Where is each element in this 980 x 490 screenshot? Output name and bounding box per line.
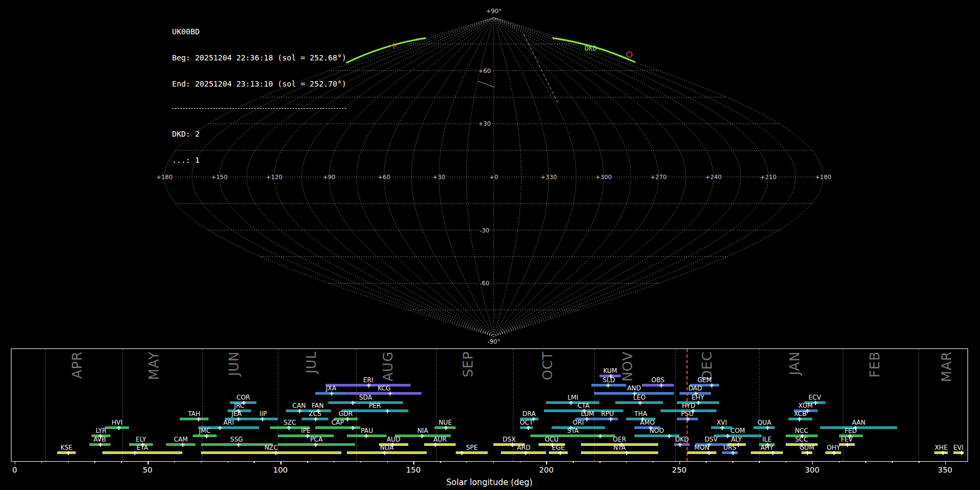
trail-gray [478, 81, 494, 87]
lon-label: +300 [596, 174, 612, 181]
lat-label: -30 [480, 227, 489, 234]
peak-marker: + [549, 442, 555, 448]
peak-marker: + [690, 408, 696, 414]
x-tick-label: 300 [801, 465, 823, 474]
x-tick [148, 461, 149, 464]
x-tick [280, 461, 281, 464]
sky-map-projection: +90°+60+30-30-60-90°+180+150+120+90+60+3… [0, 0, 980, 348]
peak-marker: + [273, 450, 278, 456]
peak-marker: + [329, 390, 334, 397]
month-label: OCT [540, 351, 555, 380]
peak-marker: + [581, 408, 587, 414]
shower-bar-nta [581, 451, 658, 454]
month-label: AUG [381, 351, 396, 382]
shower-bar-nzc [201, 451, 342, 454]
shower-bar-eta [102, 451, 182, 454]
lon-label: +90 [323, 174, 335, 181]
peak-marker: + [316, 408, 321, 414]
peak-marker: + [597, 433, 603, 439]
x-tick-label: 200 [535, 465, 557, 474]
peak-marker: + [66, 450, 71, 456]
peak-marker: + [813, 400, 818, 406]
peak-marker: + [525, 425, 531, 431]
lon-label: +270 [650, 174, 666, 181]
meteor-track-1 [347, 38, 425, 63]
x-tick-label: 0 [4, 465, 26, 474]
radiant-circle-marker [627, 52, 632, 57]
peak-marker: + [382, 450, 388, 456]
x-tick-label: 100 [270, 465, 291, 474]
peak-marker: + [725, 433, 731, 439]
x-tick-label: 150 [402, 465, 424, 474]
x-tick [786, 461, 787, 463]
x-axis-title: Solar longitude (deg) [11, 477, 967, 487]
month-label: SEP [461, 351, 476, 377]
peak-marker: + [648, 425, 653, 431]
x-tick [865, 461, 866, 463]
peak-marker: + [831, 450, 837, 456]
peak-marker: + [116, 425, 121, 431]
peak-marker: + [568, 400, 573, 406]
x-tick [599, 461, 601, 463]
peak-marker: + [236, 442, 241, 448]
peak-marker: + [677, 442, 683, 448]
x-tick [653, 461, 654, 463]
peak-marker: + [706, 442, 712, 448]
shower-label: AUR [428, 436, 452, 443]
x-tick [945, 461, 946, 464]
x-tick-label: 50 [137, 465, 158, 474]
peak-marker: + [385, 408, 390, 414]
peak-marker: + [419, 433, 425, 439]
peak-marker: + [366, 382, 371, 389]
app-root: UK00BD Beg: 20251204 22:36:18 (sol = 252… [0, 0, 980, 490]
peak-marker: + [241, 400, 247, 406]
lon-label: +150 [211, 174, 228, 181]
x-tick [467, 461, 468, 463]
peak-marker: + [350, 400, 356, 406]
peak-marker: + [140, 442, 145, 448]
x-tick [759, 461, 760, 463]
month-label: JUL [304, 351, 319, 373]
peak-marker: + [608, 416, 614, 422]
peak-marker: + [940, 450, 946, 456]
peak-marker: + [797, 416, 802, 422]
peak-marker: + [799, 433, 805, 439]
peak-marker: + [459, 450, 464, 456]
peak-marker: + [799, 442, 805, 448]
lon-label: +60 [378, 174, 390, 181]
x-tick [15, 461, 16, 464]
x-tick [228, 461, 229, 463]
shower-label: DRA [517, 410, 541, 418]
peak-marker: + [196, 416, 201, 422]
peak-marker: + [685, 416, 690, 422]
lat-label: +60 [478, 68, 491, 75]
peak-marker: + [132, 450, 138, 456]
peak-marker: + [844, 442, 850, 448]
peak-marker: + [605, 382, 611, 389]
peak-marker: + [313, 416, 318, 422]
peak-marker: + [523, 450, 528, 456]
map-shower-label: DKD [585, 44, 597, 52]
x-tick [892, 461, 893, 463]
peak-marker: + [765, 442, 770, 448]
x-tick [732, 461, 733, 463]
peak-marker: + [765, 425, 770, 431]
activity-timeline-panel: Solar longitude (deg) APRMAYJUNJULAUGSEP… [11, 348, 968, 462]
x-tick [254, 461, 255, 463]
x-tick [626, 461, 627, 463]
month-label: JAN [787, 351, 803, 375]
x-tick [440, 461, 441, 463]
x-tick [812, 461, 813, 464]
shower-label: PER [363, 402, 387, 409]
lon-label: +240 [705, 174, 721, 181]
peak-marker: + [350, 425, 356, 431]
x-tick [94, 461, 95, 463]
month-label: MAR [939, 351, 954, 382]
lat-label: +90° [486, 8, 502, 15]
peak-marker: + [706, 450, 712, 456]
peak-marker: + [805, 450, 810, 456]
shower-bar-aur [424, 443, 456, 446]
shower-bar-ahy [751, 451, 783, 454]
month-gridline [356, 349, 357, 461]
x-tick [201, 461, 202, 463]
